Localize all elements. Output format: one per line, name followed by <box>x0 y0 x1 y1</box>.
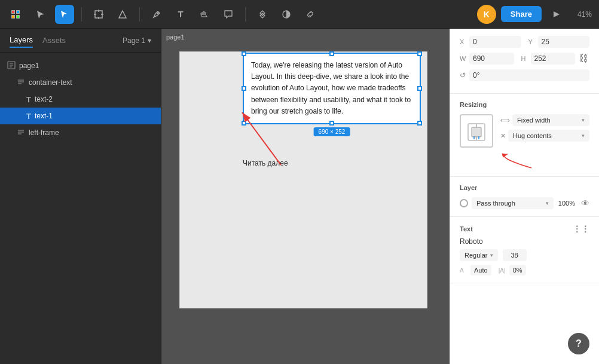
right-panel: X 0 Y 25 W 690 H 252 ⛓ ↺ 0° Resizing <box>450 29 599 364</box>
blend-row: Pass through ▾ 100% 👁 <box>460 197 589 209</box>
text-grid-icon[interactable]: ⋮⋮ <box>573 224 589 234</box>
tool-pen[interactable] <box>147 5 166 24</box>
play-button[interactable] <box>546 5 566 24</box>
canvas[interactable]: page1 Today, we're releasing the latest … <box>161 29 450 364</box>
text-box-selected[interactable]: Today, we're releasing the latest versio… <box>243 53 421 124</box>
hug-contents-row: ✕ Hug contents ▾ <box>500 130 589 142</box>
rotation-value[interactable]: 0° <box>469 69 589 81</box>
visibility-toggle[interactable]: 👁 <box>581 198 589 208</box>
resizing-content: ⟺ Fixed width ▾ ✕ Hug contents ▾ <box>460 114 589 148</box>
x-value[interactable]: 0 <box>469 36 521 48</box>
layer-item-text-1[interactable]: T text-1 <box>0 108 161 124</box>
hug-arrow <box>460 151 579 169</box>
text-section: Text ⋮⋮ Roboto Regular ▾ 38 A Auto |A| 0… <box>450 217 599 283</box>
letter-spacing-value[interactable]: 0% <box>509 265 526 276</box>
tool-shape[interactable] <box>113 5 132 24</box>
hug-contents-chevron: ▾ <box>582 133 585 139</box>
tool-hand[interactable] <box>195 5 214 24</box>
layer-name-page1: page1 <box>19 62 156 70</box>
height-x-icon: ✕ <box>500 132 506 140</box>
page-selector[interactable]: Page 1 ▾ <box>123 36 151 45</box>
layer-item-container-text[interactable]: container-text <box>0 74 161 91</box>
handle-br[interactable] <box>417 121 422 126</box>
auto-label: A <box>460 267 468 274</box>
width-dash-icon: ⟺ <box>500 117 510 124</box>
layer-icon-container-text <box>17 78 25 87</box>
text-content: Today, we're releasing the latest versio… <box>251 60 412 117</box>
tool-link[interactable] <box>301 5 320 24</box>
font-size-input[interactable]: 38 <box>503 249 527 261</box>
font-style-dropdown[interactable]: Regular ▾ <box>460 249 498 261</box>
tab-layers[interactable]: Layers <box>10 33 33 48</box>
layer-item-left-frame[interactable]: left-frame <box>0 124 161 141</box>
tool-select[interactable] <box>31 5 50 24</box>
panel-tabs: Layers Assets Page 1 ▾ <box>0 29 161 53</box>
user-avatar[interactable]: K <box>477 5 496 24</box>
separator-1 <box>81 7 82 22</box>
tool-comment[interactable] <box>219 5 238 24</box>
layer-tree: page1 container-text T text-2 T text-1 <box>0 53 161 364</box>
opacity-value[interactable]: 100% <box>557 200 575 207</box>
svg-rect-3 <box>17 16 19 18</box>
read-more: Читать далее <box>243 159 288 167</box>
x-label: X <box>460 38 467 45</box>
canvas-page-label: page1 <box>166 33 185 41</box>
handle-bm[interactable] <box>329 121 334 126</box>
size-badge: 690 × 252 <box>314 127 350 136</box>
app-logo[interactable] <box>7 6 24 23</box>
tool-component[interactable] <box>253 5 272 24</box>
layer-item-text-2[interactable]: T text-2 <box>0 91 161 108</box>
rotation-icon: ↺ <box>460 71 467 79</box>
svg-point-9 <box>157 12 159 14</box>
w-label: W <box>460 55 467 62</box>
line-height-value[interactable]: Auto <box>470 265 491 276</box>
handle-tl[interactable] <box>242 51 246 56</box>
handle-tr[interactable] <box>417 51 422 56</box>
main-area: Layers Assets Page 1 ▾ page1 container-t… <box>0 29 599 364</box>
h-value[interactable]: 252 <box>531 53 576 65</box>
layer-icon-left-frame <box>17 128 25 137</box>
layer-icon-text-2: T <box>26 95 31 104</box>
tool-frame[interactable] <box>89 5 108 24</box>
handle-tm[interactable] <box>329 51 334 56</box>
layer-item-page1[interactable]: page1 <box>0 57 161 74</box>
layer-title: Layer <box>460 184 589 191</box>
percent-label: |A| <box>499 267 507 274</box>
position-size-section: X 0 Y 25 W 690 H 252 ⛓ ↺ 0° <box>450 29 599 94</box>
layer-section: Layer Pass through ▾ 100% 👁 <box>450 177 599 217</box>
handle-bl[interactable] <box>242 121 246 126</box>
layer-icon-text-1: T <box>26 112 31 121</box>
hug-contents-dropdown[interactable]: Hug contents ▾ <box>508 130 589 142</box>
wh-row: W 690 H 252 ⛓ <box>460 53 589 65</box>
share-button[interactable]: Share <box>501 6 542 22</box>
tool-text[interactable]: T <box>171 5 190 24</box>
help-button[interactable]: ? <box>568 333 589 354</box>
blend-mode-dropdown[interactable]: Pass through ▾ <box>472 197 554 209</box>
svg-rect-1 <box>17 11 19 13</box>
resizing-title: Resizing <box>460 101 589 108</box>
font-style-row: Regular ▾ 38 <box>460 249 589 261</box>
fixed-width-chevron: ▾ <box>582 117 585 123</box>
w-value[interactable]: 690 <box>469 53 514 65</box>
fixed-width-dropdown[interactable]: Fixed width ▾ <box>512 114 589 126</box>
toolbar: T K Share 41% <box>0 0 599 29</box>
tool-contrast[interactable] <box>277 5 296 24</box>
layer-name-left-frame: left-frame <box>29 129 156 137</box>
tab-assets[interactable]: Assets <box>42 33 66 47</box>
font-name[interactable]: Roboto <box>460 237 589 246</box>
resizing-dropdowns: ⟺ Fixed width ▾ ✕ Hug contents ▾ <box>500 114 589 142</box>
y-value[interactable]: 25 <box>538 36 590 48</box>
resizing-section: Resizing ⟺ <box>450 94 599 177</box>
resizing-visual-widget[interactable] <box>460 114 493 148</box>
font-style-chevron: ▾ <box>490 252 493 258</box>
tool-move[interactable] <box>55 5 74 24</box>
handle-ml[interactable] <box>242 86 246 91</box>
svg-rect-2 <box>12 16 14 18</box>
layer-name-text-2: text-2 <box>35 95 156 103</box>
y-label: Y <box>528 38 536 45</box>
handle-mr[interactable] <box>417 86 422 91</box>
layer-name-text-1: text-1 <box>35 112 156 120</box>
resizing-annotation <box>460 151 589 169</box>
text-spacing-row: A Auto |A| 0% <box>460 265 589 276</box>
constrain-proportions-button[interactable]: ⛓ <box>579 53 589 64</box>
